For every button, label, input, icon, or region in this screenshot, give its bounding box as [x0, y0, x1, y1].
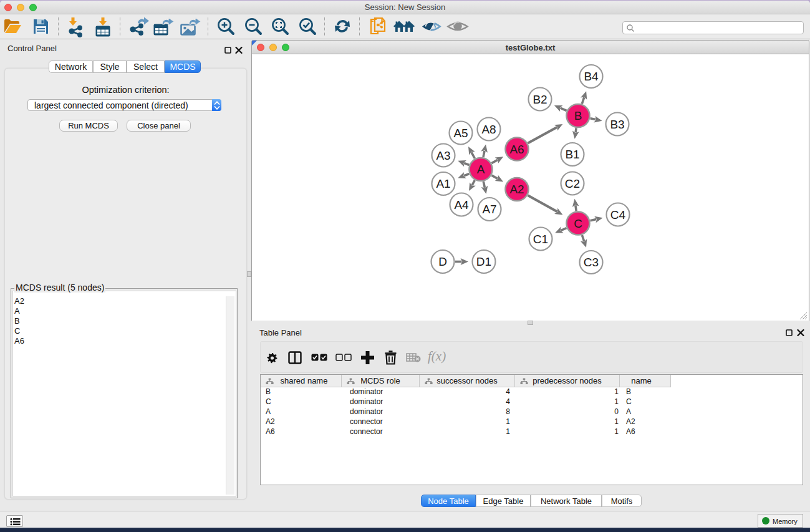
svg-text:C2: C2 [565, 177, 580, 190]
svg-text:B1: B1 [565, 148, 579, 161]
svg-text:B2: B2 [533, 93, 547, 106]
svg-text:B4: B4 [584, 70, 599, 83]
svg-text:D: D [438, 255, 447, 268]
svg-text:A2: A2 [509, 183, 524, 196]
svg-text:A3: A3 [436, 149, 450, 162]
svg-text:C: C [574, 217, 582, 230]
svg-text:D1: D1 [476, 255, 491, 268]
svg-text:A7: A7 [482, 203, 496, 216]
svg-text:A6: A6 [509, 143, 524, 156]
svg-text:A8: A8 [481, 123, 496, 136]
svg-text:C4: C4 [610, 208, 626, 221]
svg-text:A5: A5 [453, 127, 468, 140]
svg-text:C3: C3 [584, 256, 599, 269]
svg-text:A4: A4 [454, 198, 469, 211]
svg-text:A1: A1 [436, 177, 450, 190]
svg-text:A: A [477, 163, 485, 176]
svg-text:C1: C1 [533, 233, 548, 246]
svg-text:B: B [574, 109, 582, 122]
svg-text:B3: B3 [610, 118, 624, 131]
